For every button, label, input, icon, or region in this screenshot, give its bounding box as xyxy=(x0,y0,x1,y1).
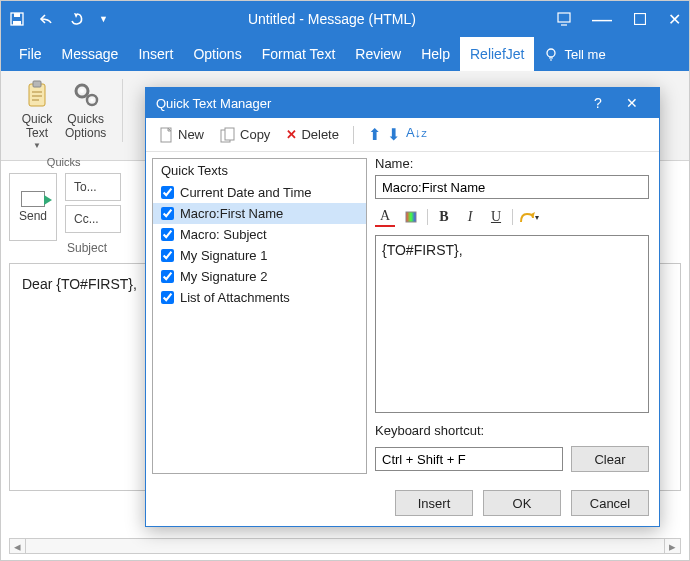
bold-button[interactable]: B xyxy=(434,207,454,227)
insert-macro-icon[interactable]: ▾ xyxy=(519,207,539,227)
new-button[interactable]: New xyxy=(154,124,210,146)
maximize-icon[interactable] xyxy=(632,11,648,27)
menu-reliefjet[interactable]: ReliefJet xyxy=(460,37,534,71)
quick-text-button[interactable]: Quick Text ▼ xyxy=(17,77,57,154)
svg-rect-1 xyxy=(14,13,20,17)
quick-text-label: Quick Text xyxy=(22,113,53,141)
shortcut-input[interactable] xyxy=(375,447,563,471)
scroll-left-icon[interactable]: ◂ xyxy=(10,539,26,553)
copy-label: Copy xyxy=(240,127,270,142)
name-input[interactable] xyxy=(375,175,649,199)
menu-bar: File Message Insert Options Format Text … xyxy=(1,37,689,71)
insert-button[interactable]: Insert xyxy=(395,490,473,516)
svg-rect-4 xyxy=(635,14,646,25)
to-button[interactable]: To... xyxy=(65,173,121,201)
window-title: Untitled - Message (HTML) xyxy=(108,11,556,27)
help-icon[interactable]: ? xyxy=(581,95,615,111)
toolbar-separator xyxy=(353,126,354,144)
quick-text-label: My Signature 2 xyxy=(180,269,267,284)
quick-text-checkbox[interactable] xyxy=(161,249,174,262)
name-label: Name: xyxy=(375,156,649,171)
quick-text-checkbox[interactable] xyxy=(161,186,174,199)
clipboard-icon xyxy=(21,79,53,111)
quick-text-label: List of Attachments xyxy=(180,290,290,305)
sort-icon[interactable]: A↓Z xyxy=(406,125,427,144)
quick-text-item[interactable]: My Signature 1 xyxy=(153,245,366,266)
quick-text-item[interactable]: Current Date and Time xyxy=(153,182,366,203)
delete-label: Delete xyxy=(301,127,339,142)
quick-texts-list: Quick Texts Current Date and TimeMacro:F… xyxy=(152,158,367,474)
dropdown-icon: ▼ xyxy=(33,141,41,150)
ribbon-options-icon[interactable] xyxy=(556,11,572,27)
new-icon xyxy=(160,127,174,143)
menu-file[interactable]: File xyxy=(9,37,52,71)
undo-icon[interactable] xyxy=(39,11,55,27)
cancel-button[interactable]: Cancel xyxy=(571,490,649,516)
subject-label: Subject xyxy=(65,241,121,255)
qat-dropdown-icon[interactable]: ▼ xyxy=(99,14,108,24)
quick-text-checkbox[interactable] xyxy=(161,291,174,304)
delete-icon: ✕ xyxy=(286,127,297,142)
quick-text-item[interactable]: My Signature 2 xyxy=(153,266,366,287)
redo-icon[interactable] xyxy=(69,11,85,27)
cc-button[interactable]: Cc... xyxy=(65,205,121,233)
delete-button[interactable]: ✕ Delete xyxy=(280,124,345,145)
quick-text-label: Current Date and Time xyxy=(180,185,312,200)
gears-icon xyxy=(70,79,102,111)
scroll-right-icon[interactable]: ▸ xyxy=(664,539,680,553)
menu-format-text[interactable]: Format Text xyxy=(252,37,346,71)
clear-button[interactable]: Clear xyxy=(571,446,649,472)
highlight-icon[interactable] xyxy=(401,207,421,227)
quicks-options-label: Quicks Options xyxy=(65,113,106,141)
svg-rect-15 xyxy=(406,212,416,222)
format-separator xyxy=(512,209,513,225)
ok-button[interactable]: OK xyxy=(483,490,561,516)
ribbon-separator xyxy=(122,79,123,142)
move-down-icon[interactable]: ⬇ xyxy=(387,125,400,144)
ribbon-group-label: Quicks xyxy=(47,156,81,168)
menu-options[interactable]: Options xyxy=(183,37,251,71)
menu-message[interactable]: Message xyxy=(52,37,129,71)
quick-text-checkbox[interactable] xyxy=(161,207,174,220)
dialog-titlebar: Quick Text Manager ? ✕ xyxy=(146,88,659,118)
dialog-close-icon[interactable]: ✕ xyxy=(615,95,649,111)
envelope-icon xyxy=(21,191,45,207)
underline-button[interactable]: U xyxy=(486,207,506,227)
content-editor[interactable]: {TO#FIRST}, xyxy=(375,235,649,413)
copy-button[interactable]: Copy xyxy=(214,124,276,146)
svg-point-11 xyxy=(90,99,93,102)
italic-button[interactable]: I xyxy=(460,207,480,227)
move-up-icon[interactable]: ⬆ xyxy=(368,125,381,144)
shortcut-label: Keyboard shortcut: xyxy=(375,423,649,438)
tell-me-label: Tell me xyxy=(564,47,605,62)
copy-icon xyxy=(220,127,236,143)
menu-review[interactable]: Review xyxy=(345,37,411,71)
dialog-footer: Insert OK Cancel xyxy=(146,480,659,526)
horizontal-scrollbar[interactable]: ◂ ▸ xyxy=(9,538,681,554)
quick-text-label: Macro: Subject xyxy=(180,227,267,242)
format-bar: A B I U ▾ xyxy=(375,203,649,231)
format-separator xyxy=(427,209,428,225)
window-titlebar: ▼ Untitled - Message (HTML) — ✕ xyxy=(1,1,689,37)
save-icon[interactable] xyxy=(9,11,25,27)
close-icon[interactable]: ✕ xyxy=(668,10,681,29)
quick-text-manager-dialog: Quick Text Manager ? ✕ New Copy ✕ Delete… xyxy=(145,87,660,527)
menu-help[interactable]: Help xyxy=(411,37,460,71)
font-color-icon[interactable]: A xyxy=(375,207,395,227)
tell-me[interactable]: Tell me xyxy=(534,37,615,71)
quick-text-checkbox[interactable] xyxy=(161,270,174,283)
bulb-icon xyxy=(544,47,558,61)
quick-text-checkbox[interactable] xyxy=(161,228,174,241)
dialog-title: Quick Text Manager xyxy=(156,96,581,111)
svg-rect-7 xyxy=(33,81,41,87)
send-button[interactable]: Send xyxy=(9,173,57,241)
svg-rect-14 xyxy=(225,128,234,140)
menu-insert[interactable]: Insert xyxy=(128,37,183,71)
quicks-options-button[interactable]: Quicks Options xyxy=(61,77,110,154)
quick-text-item[interactable]: Macro:First Name xyxy=(153,203,366,224)
quick-text-item[interactable]: Macro: Subject xyxy=(153,224,366,245)
quick-text-label: Macro:First Name xyxy=(180,206,283,221)
new-label: New xyxy=(178,127,204,142)
quick-text-item[interactable]: List of Attachments xyxy=(153,287,366,308)
svg-point-9 xyxy=(80,89,84,93)
